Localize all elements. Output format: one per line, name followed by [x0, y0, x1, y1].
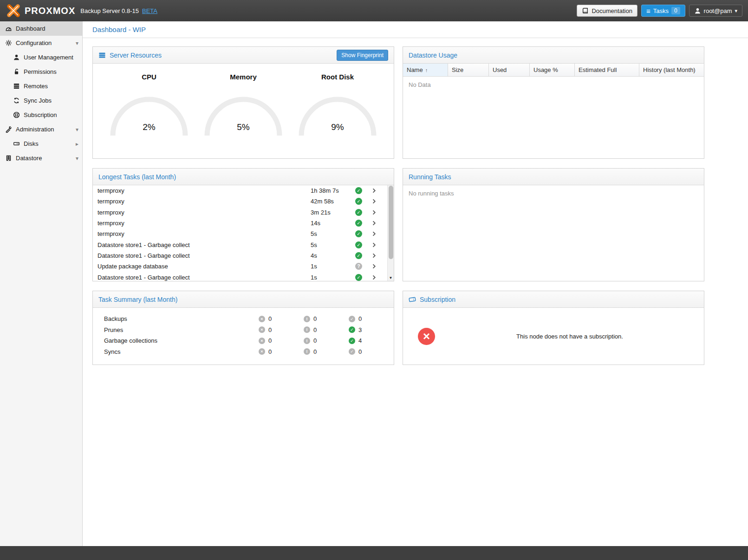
beta-link[interactable]: BETA	[142, 7, 157, 14]
sidebar-item-disks[interactable]: Disks ▸	[0, 137, 82, 151]
datastore-icon	[5, 155, 12, 162]
sidebar-item-configuration[interactable]: Configuration ▾	[0, 36, 82, 50]
sidebar-item-datastore[interactable]: Datastore ▾	[0, 151, 82, 165]
warning-count-icon: !	[304, 348, 310, 355]
task-status-icon: ✓	[355, 187, 362, 194]
task-row[interactable]: termproxy 5s ✓	[93, 228, 387, 239]
tasks-button[interactable]: ≡ Tasks 0	[641, 5, 685, 17]
scrollbar[interactable]: ▼	[387, 185, 394, 281]
page-title-text: Dashboard - WIP	[92, 26, 146, 33]
task-row[interactable]: Datastore store1 - Garbage collect 5s ✓	[93, 239, 387, 250]
user-icon	[694, 7, 701, 14]
column-header-history[interactable]: History (last Month)	[639, 64, 704, 76]
scrollbar-down-button[interactable]: ▼	[388, 274, 394, 281]
chevron-right-icon[interactable]	[371, 242, 377, 248]
sidebar-item-dashboard[interactable]: Dashboard	[0, 21, 82, 36]
longest-tasks-list: termproxy 1h 38m 7s ✓ termproxy 42m 58s …	[93, 185, 394, 281]
sidebar-item-remotes[interactable]: Remotes	[0, 79, 82, 93]
column-header-usage[interactable]: Usage %	[530, 64, 575, 76]
server-icon	[13, 83, 20, 90]
column-header-estimated-full[interactable]: Estimated Full	[575, 64, 639, 76]
warning-count-icon: !	[304, 338, 310, 344]
warning-count-icon: !	[304, 316, 310, 322]
no-running-tasks-text: No running tasks	[403, 185, 704, 202]
chevron-right-icon[interactable]	[371, 198, 377, 204]
summary-row-backups: Backups ×0 !0 ✓0	[104, 313, 394, 325]
sidebar-item-label: Administration	[16, 126, 54, 133]
task-row[interactable]: termproxy 1h 38m 7s ✓	[93, 185, 387, 196]
running-tasks-panel: Running Tasks No running tasks	[403, 168, 704, 281]
chevron-right-icon[interactable]	[371, 231, 377, 237]
server-resources-icon	[98, 52, 106, 59]
column-header-size[interactable]: Size	[448, 64, 489, 76]
error-count-icon: ×	[259, 348, 265, 355]
summary-row-garbage-collections: Garbage collections ×0 !0 ✓4	[104, 335, 394, 346]
caret-down-icon: ▾	[735, 8, 737, 14]
sidebar-item-sync-jobs[interactable]: Sync Jobs	[0, 93, 82, 108]
subscription-panel: Subscription × This node does not have a…	[403, 291, 704, 365]
task-row[interactable]: termproxy 42m 58s ✓	[93, 196, 387, 207]
sidebar-item-user-management[interactable]: User Management	[0, 50, 82, 65]
sidebar: Dashboard Configuration ▾ User Managemen…	[0, 21, 83, 546]
gears-icon	[5, 39, 12, 46]
chevron-right-icon[interactable]	[371, 220, 377, 226]
summary-row-syncs: Syncs ×0 !0 ✓0	[104, 346, 394, 358]
task-status-icon: ✓	[355, 198, 362, 205]
caret-right-icon[interactable]: ▸	[76, 141, 78, 147]
sidebar-item-label: Disks	[24, 140, 39, 147]
topbar: PROXMOX Backup Server 0.8-15 BETA Docume…	[0, 0, 748, 21]
task-row[interactable]: termproxy 3m 21s ✓	[93, 207, 387, 218]
task-row[interactable]: Datastore store1 - Garbage collect 1s ✓	[93, 272, 387, 281]
chevron-right-icon[interactable]	[371, 209, 377, 215]
sidebar-item-label: Sync Jobs	[24, 97, 52, 104]
task-summary-body: Backups ×0 !0 ✓0 Prunes ×0 !0 ✓3 Gar	[93, 308, 394, 357]
column-header-name[interactable]: Name ↑	[403, 64, 448, 76]
proxmox-x-icon	[6, 3, 21, 19]
server-resources-panel: Server Resources Show Fingerprint CPU 2%	[92, 46, 394, 159]
scrollbar-thumb[interactable]	[389, 186, 393, 259]
ok-count-icon: ✓	[349, 348, 355, 355]
documentation-button[interactable]: Documentation	[577, 5, 637, 17]
task-status-icon: ✓	[355, 252, 362, 259]
ticket-icon	[409, 296, 416, 303]
chevron-right-icon[interactable]	[371, 263, 377, 269]
sidebar-item-label: Datastore	[16, 155, 42, 162]
panel-title: Subscription	[420, 296, 455, 303]
chevron-right-icon[interactable]	[371, 253, 377, 259]
column-header-used[interactable]: Used	[489, 64, 530, 76]
task-row[interactable]: Update package database 1s ?	[93, 261, 387, 272]
ok-count-icon: ✓	[349, 326, 355, 333]
product-version: Backup Server 0.8-15	[80, 7, 139, 14]
task-row[interactable]: Datastore store1 - Garbage collect 4s ✓	[93, 250, 387, 261]
datastore-usage-panel: Datastore Usage Name ↑ Size Used Usage %…	[403, 46, 704, 159]
caret-down-icon[interactable]: ▾	[76, 40, 78, 46]
hdd-icon	[13, 140, 20, 147]
chevron-right-icon[interactable]	[371, 274, 377, 280]
sidebar-item-subscription[interactable]: Subscription	[0, 108, 82, 122]
ok-count-icon: ✓	[349, 316, 355, 322]
subscription-message: This node does not have a subscription.	[403, 333, 704, 340]
cpu-gauge: CPU 2%	[107, 73, 191, 137]
sidebar-item-permissions[interactable]: Permissions	[0, 65, 82, 79]
caret-down-icon[interactable]: ▾	[76, 126, 78, 133]
caret-down-icon[interactable]: ▾	[76, 155, 78, 162]
sync-icon	[13, 97, 20, 104]
sidebar-item-administration[interactable]: Administration ▾	[0, 122, 82, 137]
sidebar-item-label: Permissions	[24, 68, 57, 75]
topbar-actions: Documentation ≡ Tasks 0 root@pam ▾	[577, 5, 742, 17]
gauge-value: 2%	[143, 122, 156, 132]
task-status-icon: ✓	[355, 230, 362, 237]
no-data-text: No Data	[403, 77, 704, 93]
show-fingerprint-button[interactable]: Show Fingerprint	[337, 50, 388, 61]
chevron-right-icon[interactable]	[371, 188, 377, 194]
tasks-count-badge: 0	[671, 7, 680, 14]
sort-asc-icon: ↑	[425, 67, 428, 73]
brand-text: PROXMOX	[25, 6, 75, 16]
panel-title: Task Summary (last Month)	[98, 296, 177, 303]
wrench-icon	[5, 126, 12, 133]
task-row[interactable]: termproxy 14s ✓	[93, 218, 387, 228]
proxmox-logo: PROXMOX	[6, 3, 75, 19]
no-subscription-icon: ×	[418, 328, 435, 345]
gauge-label: CPU	[107, 73, 191, 81]
user-menu-button[interactable]: root@pam ▾	[689, 5, 742, 17]
